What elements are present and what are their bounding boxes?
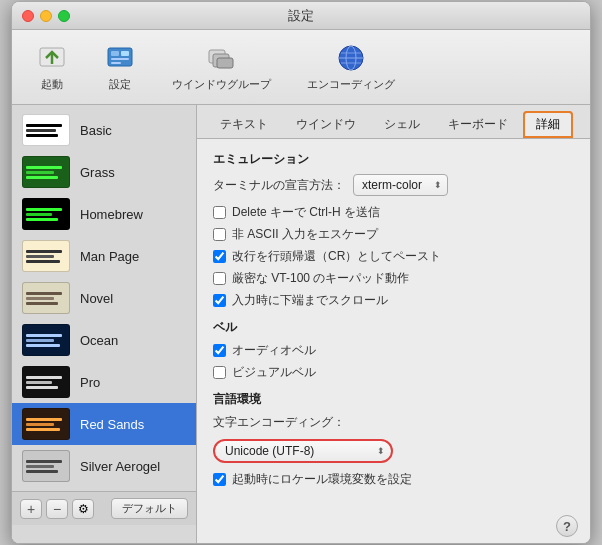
titlebar: 設定 bbox=[12, 2, 590, 30]
tab-window[interactable]: ウインドウ bbox=[283, 111, 369, 138]
svg-rect-6 bbox=[121, 51, 129, 56]
sidebar-item-redsands[interactable]: Red Sands bbox=[12, 403, 196, 445]
emulation-title: エミュレーション bbox=[213, 151, 574, 168]
sidebar-item-ocean[interactable]: Ocean bbox=[12, 319, 196, 361]
terminal-select[interactable]: xterm-color xterm vt100 ansi bbox=[353, 174, 448, 196]
theme-thumb-novel bbox=[22, 282, 70, 314]
encoding-select[interactable]: Unicode (UTF-8) Shift JIS EUC-JP ISO-202… bbox=[213, 439, 393, 463]
svg-rect-9 bbox=[217, 58, 233, 68]
theme-name-pro: Pro bbox=[80, 375, 100, 390]
theme-name-manpage: Man Page bbox=[80, 249, 139, 264]
theme-name-ocean: Ocean bbox=[80, 333, 118, 348]
theme-thumb-homebrew bbox=[22, 198, 70, 230]
checkbox-ctrl-h-input[interactable] bbox=[213, 206, 226, 219]
checkbox-ctrl-h: Delete キーで Ctrl-H を送信 bbox=[213, 204, 574, 221]
bell-title: ベル bbox=[213, 319, 574, 336]
checkbox-non-ascii-label: 非 ASCII 入力をエスケープ bbox=[232, 226, 378, 243]
checkbox-scroll: 入力時に下端までスクロール bbox=[213, 292, 574, 309]
theme-thumb-ocean bbox=[22, 324, 70, 356]
checkbox-scroll-label: 入力時に下端までスクロール bbox=[232, 292, 388, 309]
tab-bar: テキスト ウインドウ シェル キーボード 詳細 bbox=[197, 105, 590, 139]
theme-thumb-redsands bbox=[22, 408, 70, 440]
checkbox-vt100-label: 厳密な VT-100 のキーパッド動作 bbox=[232, 270, 409, 287]
bottom-bar: ? bbox=[197, 505, 590, 543]
theme-thumb-silveraerogel bbox=[22, 450, 70, 482]
sidebar-item-manpage[interactable]: Man Page bbox=[12, 235, 196, 277]
encoding-icon bbox=[335, 42, 367, 74]
theme-thumb-basic bbox=[22, 114, 70, 146]
checkbox-cr-label: 改行を行頭帰還（CR）としてペースト bbox=[232, 248, 441, 265]
traffic-lights bbox=[22, 10, 70, 22]
encoding-field-row: 文字エンコーディング： bbox=[213, 414, 574, 431]
checkbox-locale-label: 起動時にロケール環境変数を設定 bbox=[232, 471, 412, 488]
theme-gear-button[interactable]: ⚙ bbox=[72, 499, 94, 519]
theme-thumb-manpage bbox=[22, 240, 70, 272]
startup-icon bbox=[36, 42, 68, 74]
add-theme-button[interactable]: + bbox=[20, 499, 42, 519]
toolbar-item-startup[interactable]: 起動 bbox=[28, 38, 76, 96]
tab-keyboard[interactable]: キーボード bbox=[435, 111, 521, 138]
checkbox-vt100: 厳密な VT-100 のキーパッド動作 bbox=[213, 270, 574, 287]
checkbox-audiobell-input[interactable] bbox=[213, 344, 226, 357]
tab-shell[interactable]: シェル bbox=[371, 111, 433, 138]
tab-advanced[interactable]: 詳細 bbox=[523, 111, 573, 138]
sidebar-item-novel[interactable]: Novel bbox=[12, 277, 196, 319]
terminal-select-wrapper: xterm-color xterm vt100 ansi bbox=[353, 174, 448, 196]
close-button[interactable] bbox=[22, 10, 34, 22]
settings-icon bbox=[104, 42, 136, 74]
help-button[interactable]: ? bbox=[556, 515, 578, 537]
sidebar-item-homebrew[interactable]: Homebrew bbox=[12, 193, 196, 235]
checkbox-ctrl-h-label: Delete キーで Ctrl-H を送信 bbox=[232, 204, 380, 221]
checkbox-scroll-input[interactable] bbox=[213, 294, 226, 307]
theme-name-novel: Novel bbox=[80, 291, 113, 306]
checkbox-vt100-input[interactable] bbox=[213, 272, 226, 285]
svg-rect-5 bbox=[111, 62, 121, 64]
window-title: 設定 bbox=[288, 7, 314, 25]
theme-name-grass: Grass bbox=[80, 165, 115, 180]
checkbox-non-ascii: 非 ASCII 入力をエスケープ bbox=[213, 226, 574, 243]
minimize-button[interactable] bbox=[40, 10, 52, 22]
right-panel: テキスト ウインドウ シェル キーボード 詳細 エミュレーション ターミナルの宣… bbox=[197, 105, 590, 543]
sidebar-item-grass[interactable]: Grass bbox=[12, 151, 196, 193]
main-content: Basic Grass bbox=[12, 105, 590, 543]
toolbar-startup-label: 起動 bbox=[41, 77, 63, 92]
checkbox-locale: 起動時にロケール環境変数を設定 bbox=[213, 471, 574, 488]
windowgroup-icon bbox=[206, 42, 238, 74]
checkbox-visualbell-label: ビジュアルベル bbox=[232, 364, 316, 381]
language-title: 言語環境 bbox=[213, 391, 574, 408]
remove-theme-button[interactable]: − bbox=[46, 499, 68, 519]
theme-name-redsands: Red Sands bbox=[80, 417, 144, 432]
theme-name-basic: Basic bbox=[80, 123, 112, 138]
tab-text[interactable]: テキスト bbox=[207, 111, 281, 138]
sidebar-item-pro[interactable]: Pro bbox=[12, 361, 196, 403]
theme-thumb-grass bbox=[22, 156, 70, 188]
toolbar: 起動 設定 bbox=[12, 30, 590, 105]
sidebar: Basic Grass bbox=[12, 105, 197, 543]
toolbar-windowgroup-label: ウインドウグループ bbox=[172, 77, 271, 92]
terminal-field-row: ターミナルの宣言方法： xterm-color xterm vt100 ansi bbox=[213, 174, 574, 196]
sidebar-item-silveraerogel[interactable]: Silver Aerogel bbox=[12, 445, 196, 487]
checkbox-visualbell-input[interactable] bbox=[213, 366, 226, 379]
default-button[interactable]: デフォルト bbox=[111, 498, 188, 519]
sidebar-item-basic[interactable]: Basic bbox=[12, 109, 196, 151]
theme-thumb-pro bbox=[22, 366, 70, 398]
theme-name-homebrew: Homebrew bbox=[80, 207, 143, 222]
toolbar-item-settings[interactable]: 設定 bbox=[96, 38, 144, 96]
sidebar-footer: + − ⚙ デフォルト bbox=[12, 491, 196, 525]
terminal-label: ターミナルの宣言方法： bbox=[213, 177, 345, 194]
checkbox-locale-input[interactable] bbox=[213, 473, 226, 486]
svg-rect-4 bbox=[111, 58, 129, 60]
encoding-label: 文字エンコーディング： bbox=[213, 414, 345, 431]
panel-content: エミュレーション ターミナルの宣言方法： xterm-color xterm v… bbox=[197, 139, 590, 505]
checkbox-visualbell: ビジュアルベル bbox=[213, 364, 574, 381]
toolbar-settings-label: 設定 bbox=[109, 77, 131, 92]
maximize-button[interactable] bbox=[58, 10, 70, 22]
toolbar-encoding-label: エンコーディング bbox=[307, 77, 395, 92]
toolbar-item-encoding[interactable]: エンコーディング bbox=[299, 38, 403, 96]
encoding-select-wrapper: Unicode (UTF-8) Shift JIS EUC-JP ISO-202… bbox=[213, 439, 393, 463]
checkbox-non-ascii-input[interactable] bbox=[213, 228, 226, 241]
settings-window: 設定 起動 bbox=[11, 1, 591, 544]
checkbox-cr-input[interactable] bbox=[213, 250, 226, 263]
checkbox-audiobell-label: オーディオベル bbox=[232, 342, 316, 359]
toolbar-item-windowgroup[interactable]: ウインドウグループ bbox=[164, 38, 279, 96]
